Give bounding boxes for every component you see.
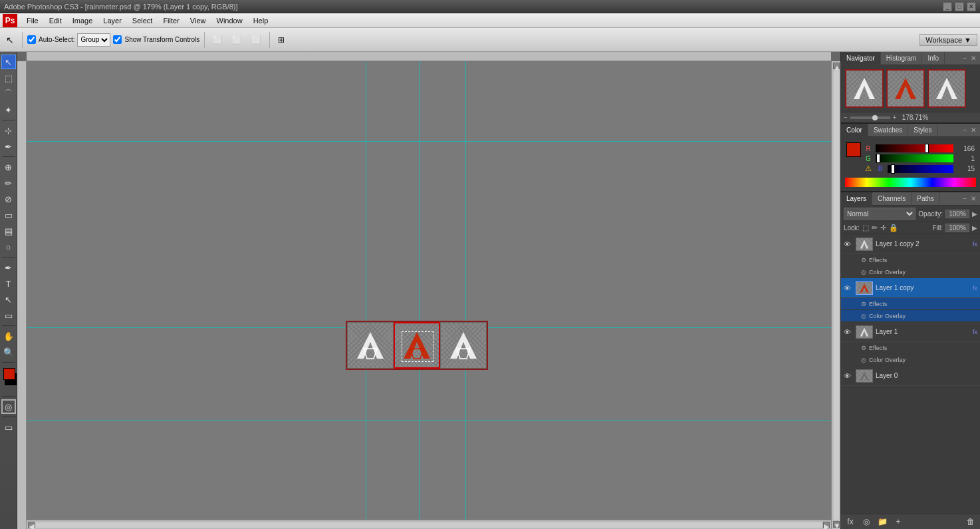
brush-tool[interactable]: ✏ <box>1 176 16 190</box>
opacity-arrow[interactable]: ▶ <box>972 210 977 218</box>
marquee-tool[interactable]: ⬚ <box>1 71 16 85</box>
lock-transparent-icon[interactable]: ⬚ <box>862 224 869 232</box>
nav-thumb-1[interactable] <box>845 69 884 108</box>
nav-thumb-2[interactable] <box>886 69 925 108</box>
tab-info[interactable]: Info <box>922 52 945 65</box>
scroll-right-arrow[interactable]: ▶ <box>823 522 830 528</box>
add-style-btn[interactable]: fx <box>844 516 857 528</box>
tab-paths[interactable]: Paths <box>912 192 940 206</box>
menu-layer[interactable]: Layer <box>98 15 127 26</box>
layer-eye-copy2[interactable]: 👁 <box>844 240 853 248</box>
layer-eye-copy[interactable]: 👁 <box>844 284 853 292</box>
menu-select[interactable]: Select <box>127 15 158 26</box>
new-group-btn[interactable]: 📁 <box>876 516 889 528</box>
scroll-up-arrow[interactable]: ▲ <box>833 63 840 69</box>
new-layer-btn[interactable]: + <box>892 516 905 528</box>
menu-edit[interactable]: Edit <box>44 15 67 26</box>
distribute-btn[interactable]: ⊞ <box>275 33 288 47</box>
color-spectrum[interactable] <box>845 178 976 187</box>
zoom-tool[interactable]: 🔍 <box>1 345 16 359</box>
zoom-handle[interactable] <box>872 115 878 120</box>
g-slider-handle[interactable] <box>876 154 880 163</box>
r-slider-handle[interactable] <box>925 144 929 153</box>
auto-select-dropdown[interactable]: Group Layer <box>77 33 110 47</box>
layer-eye-1[interactable]: 👁 <box>844 328 853 336</box>
lock-image-icon[interactable]: ✏ <box>872 224 878 232</box>
screen-mode-tool[interactable]: ▭ <box>1 420 16 435</box>
horizontal-scrollbar[interactable]: ◀ ▶ <box>27 520 831 529</box>
dodge-tool[interactable]: ○ <box>1 240 16 254</box>
text-tool[interactable]: T <box>1 276 16 291</box>
color-close-btn[interactable]: ✕ <box>969 126 977 134</box>
layer-item-0[interactable]: 👁 Layer 0 <box>841 366 980 386</box>
align-center-btn[interactable]: ⬜ <box>229 33 245 47</box>
menu-image[interactable]: Image <box>67 15 98 26</box>
healing-tool[interactable]: ⊕ <box>1 160 16 174</box>
b-slider-handle[interactable] <box>891 164 895 174</box>
r-slider[interactable] <box>876 144 953 152</box>
blend-mode-select[interactable]: Normal Multiply Screen Overlay <box>844 208 916 220</box>
quick-mask-tool[interactable]: ◎ <box>1 399 16 414</box>
lasso-tool[interactable]: ⌒ <box>1 87 16 101</box>
add-mask-btn[interactable]: ◎ <box>860 516 873 528</box>
zoom-in-icon[interactable]: + <box>893 114 897 121</box>
color-swatch-main[interactable] <box>846 142 861 157</box>
menu-view[interactable]: View <box>185 15 211 26</box>
eraser-tool[interactable]: ▭ <box>1 208 16 222</box>
tab-color[interactable]: Color <box>841 124 868 137</box>
path-select-tool[interactable]: ↖ <box>1 292 16 307</box>
move-tool-arrow[interactable]: ↖ <box>3 33 17 47</box>
scroll-down-arrow[interactable]: ▼ <box>833 521 840 528</box>
fill-arrow[interactable]: ▶ <box>972 224 977 232</box>
hand-tool[interactable]: ✋ <box>1 329 16 343</box>
titlebar-controls[interactable]: _ □ ✕ <box>943 2 976 11</box>
wand-tool[interactable]: ✦ <box>1 102 16 117</box>
menu-filter[interactable]: Filter <box>158 15 184 26</box>
align-right-btn[interactable]: ⬜ <box>248 33 265 47</box>
close-button[interactable]: ✕ <box>967 2 976 11</box>
nav-close-btn[interactable]: ✕ <box>969 55 977 62</box>
menu-window[interactable]: Window <box>211 15 248 26</box>
shape-tool[interactable]: ▭ <box>1 308 16 323</box>
canvas-thumb-2[interactable] <box>394 322 440 369</box>
layer-item-1[interactable]: 👁 Layer 1 fx <box>841 322 980 342</box>
g-slider[interactable] <box>876 154 953 162</box>
color-minimize-btn[interactable]: − <box>961 126 968 134</box>
maximize-button[interactable]: □ <box>955 2 964 11</box>
tab-swatches[interactable]: Swatches <box>868 124 908 137</box>
tab-layers[interactable]: Layers <box>841 192 872 206</box>
move-tool[interactable]: ↖ <box>1 55 16 69</box>
tab-navigator[interactable]: Navigator <box>841 52 881 65</box>
menu-help[interactable]: Help <box>248 15 274 26</box>
canvas-thumb-3[interactable] <box>440 322 487 369</box>
zoom-slider[interactable] <box>850 116 890 119</box>
foreground-color[interactable] <box>3 368 15 380</box>
fill-input[interactable] <box>945 224 969 232</box>
gradient-tool[interactable]: ▤ <box>1 224 16 238</box>
tab-styles[interactable]: Styles <box>908 124 937 137</box>
auto-select-checkbox[interactable] <box>27 35 36 44</box>
minimize-button[interactable]: _ <box>943 2 952 11</box>
scroll-left-arrow[interactable]: ◀ <box>28 522 35 528</box>
show-transform-checkbox[interactable] <box>113 35 122 44</box>
canvas-thumb-1[interactable] <box>347 322 394 369</box>
layers-minimize-btn[interactable]: − <box>961 195 968 202</box>
b-slider[interactable] <box>888 165 953 173</box>
nav-minimize-btn[interactable]: − <box>961 55 968 62</box>
scroll-track[interactable] <box>36 522 822 528</box>
clone-tool[interactable]: ⊘ <box>1 192 16 206</box>
layer-eye-0[interactable]: 👁 <box>844 372 853 380</box>
layer-item-copy[interactable]: 👁 Layer 1 copy fx <box>841 278 980 298</box>
layers-close-btn[interactable]: ✕ <box>969 195 977 202</box>
tab-histogram[interactable]: Histogram <box>881 52 923 65</box>
pen-tool[interactable]: ✒ <box>1 260 16 275</box>
align-left-btn[interactable]: ⬜ <box>209 33 226 47</box>
lock-position-icon[interactable]: ✛ <box>880 224 886 232</box>
zoom-out-icon[interactable]: − <box>844 114 848 121</box>
vertical-scrollbar[interactable]: ▲ ▼ <box>831 61 840 529</box>
nav-thumb-3[interactable] <box>927 69 966 108</box>
eyedropper-tool[interactable]: ✒ <box>1 139 16 154</box>
tab-channels[interactable]: Channels <box>872 192 912 206</box>
opacity-input[interactable] <box>945 210 969 218</box>
menu-file[interactable]: File <box>21 15 44 26</box>
